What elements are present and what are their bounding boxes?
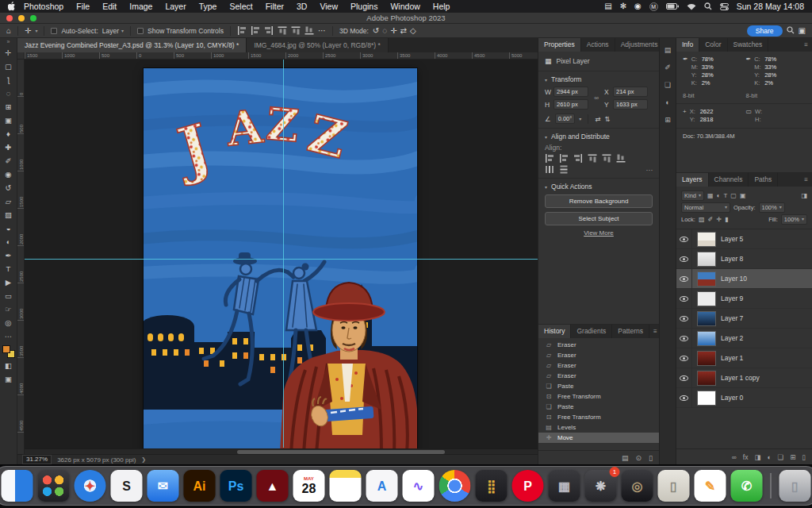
- dock-icon-app-circle[interactable]: ◎: [622, 470, 653, 502]
- zoom-level-field[interactable]: 31.27%: [22, 455, 52, 464]
- share-button[interactable]: Share: [747, 25, 783, 37]
- link-layers-icon[interactable]: ∞: [732, 453, 737, 461]
- eraser-tool[interactable]: ▱: [2, 195, 16, 207]
- menubar-item[interactable]: Photoshop: [17, 0, 70, 13]
- dock-icon-trash[interactable]: ▯: [779, 470, 811, 502]
- dock-icon-facetime[interactable]: ✆: [731, 470, 763, 502]
- screen-mode-button[interactable]: ▣: [2, 373, 16, 385]
- dock-icon-settings[interactable]: ❋ 1: [585, 470, 617, 502]
- pen-tool[interactable]: ✒: [2, 249, 16, 261]
- delete-state-icon[interactable]: ▯: [649, 454, 653, 462]
- apple-menu-icon[interactable]: [8, 2, 16, 11]
- more-options-icon[interactable]: ⋯: [646, 166, 653, 174]
- layer-visibility-toggle[interactable]: [676, 368, 692, 387]
- layer-visibility-toggle[interactable]: [676, 329, 692, 348]
- layer-row[interactable]: Layer 10: [676, 269, 812, 289]
- view-more-link[interactable]: View More: [545, 229, 653, 237]
- tool-preset-arrow[interactable]: ▾: [35, 28, 37, 33]
- healing-brush-tool[interactable]: ✚: [2, 141, 16, 153]
- 3d-orbit-icon[interactable]: ↺: [373, 26, 379, 35]
- y-field[interactable]: 1633 px: [613, 99, 648, 110]
- panel-tab[interactable]: Swatches: [728, 38, 769, 52]
- align-top-icon[interactable]: [588, 154, 597, 164]
- layer-thumbnail[interactable]: [697, 291, 716, 306]
- layer-row[interactable]: Layer 1: [676, 348, 812, 368]
- brush-tool[interactable]: ✐: [2, 155, 16, 167]
- panel-tab[interactable]: Patterns: [612, 325, 649, 338]
- dock-icon-launchpad[interactable]: [38, 470, 70, 502]
- close-window-button[interactable]: [6, 15, 13, 21]
- layer-thumbnail[interactable]: [697, 331, 716, 346]
- workspace-switcher-icon[interactable]: ▣: [799, 26, 806, 35]
- collapsed-panel-icon-2[interactable]: ✐: [665, 64, 671, 71]
- filter-toggle-icon[interactable]: ◨: [801, 192, 807, 199]
- menubar-item[interactable]: Plugins: [344, 0, 384, 13]
- blur-tool[interactable]: ◒: [2, 222, 16, 234]
- panel-tab[interactable]: Color: [699, 38, 727, 52]
- search-icon[interactable]: [787, 26, 795, 36]
- layer-mask-icon[interactable]: ◨: [754, 453, 760, 461]
- filter-pixel-layers-icon[interactable]: ▦: [707, 192, 714, 199]
- dock-icon-illustrator[interactable]: Ai: [184, 470, 216, 502]
- delete-layer-icon[interactable]: ▯: [802, 453, 806, 461]
- horizontal-scrollbar[interactable]: [25, 448, 538, 454]
- layer-row[interactable]: Layer 5: [676, 229, 812, 249]
- frame-tool[interactable]: ▣: [2, 114, 16, 126]
- menubar-item[interactable]: Type: [193, 0, 224, 13]
- flip-vertical-icon[interactable]: ⇅: [604, 115, 610, 123]
- dock-icon-photoshop[interactable]: Ps: [220, 470, 252, 502]
- opacity-field[interactable]: 100% ▾: [759, 202, 785, 213]
- more-align-icon[interactable]: ⋯: [318, 26, 326, 35]
- stage-manager-icon[interactable]: ▤: [604, 0, 611, 13]
- document-tab[interactable]: Jazz Evening Combined Poster_A3.psd @ 31…: [17, 38, 247, 52]
- panel-tab[interactable]: Adjustments: [615, 38, 665, 52]
- align-left-icon[interactable]: [237, 26, 247, 35]
- new-snapshot-icon[interactable]: ⊙: [636, 454, 642, 462]
- ruler-origin[interactable]: [17, 52, 25, 60]
- 3d-scale-icon[interactable]: ◇: [410, 26, 416, 35]
- new-document-from-state-icon[interactable]: ▤: [622, 454, 629, 462]
- link-dimensions-icon[interactable]: ∞: [591, 94, 602, 102]
- menubar-clock[interactable]: Sun 28 May 14:08: [737, 2, 804, 11]
- auto-select-dropdown[interactable]: Layer ▾: [102, 27, 124, 35]
- align-left-icon[interactable]: [545, 154, 554, 163]
- flip-horizontal-icon[interactable]: ⇄: [595, 115, 600, 123]
- toolbar-collapse-icon[interactable]: »: [7, 39, 10, 45]
- dock-icon-jar[interactable]: ▯: [658, 470, 690, 502]
- layer-row[interactable]: Layer 7: [676, 309, 812, 329]
- canvas-viewport[interactable]: J A Z Z: [25, 60, 538, 454]
- collapsed-panel-icon-1[interactable]: ▤: [665, 46, 672, 54]
- new-layer-icon[interactable]: ⊞: [790, 453, 795, 461]
- distribute-vertical-icon[interactable]: [560, 165, 569, 175]
- path-selection-tool[interactable]: ▶: [2, 276, 16, 288]
- layer-visibility-toggle[interactable]: [676, 229, 692, 248]
- width-field[interactable]: 2944 px: [553, 87, 588, 97]
- wifi-icon[interactable]: [687, 3, 696, 10]
- dock-icon-pencil-app[interactable]: ✎: [695, 470, 726, 502]
- layer-visibility-toggle[interactable]: [676, 309, 692, 328]
- panel-tab[interactable]: Gradients: [571, 325, 612, 338]
- clone-stamp-tool[interactable]: ◉: [2, 168, 16, 180]
- align-vcenter-icon[interactable]: [291, 26, 300, 36]
- layer-thumbnail[interactable]: [697, 232, 716, 247]
- align-bottom-icon[interactable]: [304, 26, 313, 36]
- menubar-item[interactable]: Edit: [96, 0, 123, 13]
- foreground-color-swatch[interactable]: [2, 345, 10, 353]
- zoom-tool[interactable]: ◎: [2, 317, 16, 329]
- history-step[interactable]: ▱ Eraser: [538, 360, 659, 371]
- dock-icon-app-s[interactable]: S: [111, 470, 143, 502]
- auto-select-checkbox[interactable]: [51, 28, 57, 34]
- menubar-item[interactable]: Image: [123, 0, 159, 13]
- layer-row[interactable]: Layer 0: [676, 388, 812, 408]
- layer-row[interactable]: Layer 8: [676, 249, 812, 269]
- quick-action-button[interactable]: Remove Background: [545, 194, 653, 208]
- chevron-down-icon[interactable]: ▾: [545, 184, 547, 190]
- 3d-pan-icon[interactable]: ✛: [390, 26, 396, 35]
- document-tab[interactable]: IMG_4684.jpg @ 50% (Layer 0, RGB/8*) *: [247, 38, 388, 52]
- scrollbar-thumb[interactable]: [237, 450, 445, 454]
- x-field[interactable]: 214 px: [613, 87, 648, 97]
- show-transform-checkbox[interactable]: [137, 28, 144, 34]
- eyedropper-tool[interactable]: ♦: [2, 128, 16, 140]
- titlebar[interactable]: Adobe Photoshop 2023: [0, 13, 812, 24]
- panel-tab[interactable]: Paths: [749, 173, 778, 187]
